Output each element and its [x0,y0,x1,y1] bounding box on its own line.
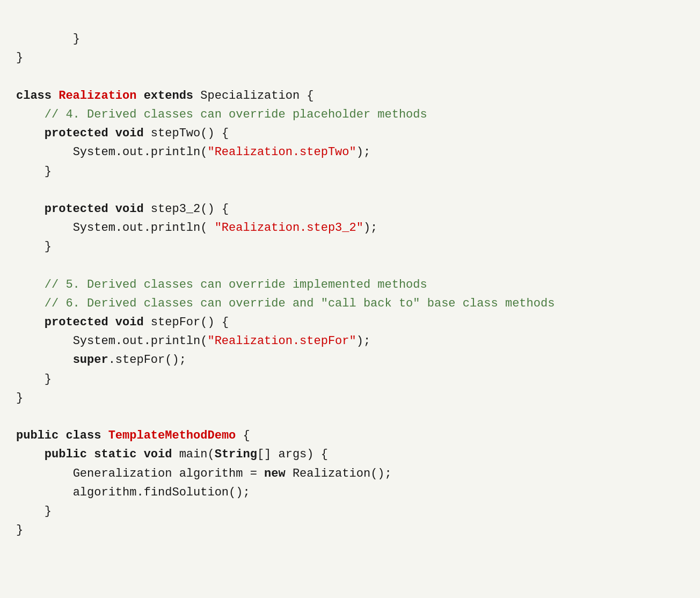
code-line: class Realization extends Specialization… [16,86,684,105]
code-line: } [16,521,684,539]
code-line [16,407,684,426]
code-line: } [16,389,684,407]
code-display: }} class Realization extends Specializat… [16,11,684,539]
code-line: System.out.println("Realization.stepFor"… [16,332,684,351]
code-line: System.out.println("Realization.stepTwo"… [16,143,684,162]
code-line [16,256,684,275]
code-line: } [16,48,684,67]
code-line: } [16,162,684,181]
code-line: System.out.println( "Realization.step3_2… [16,218,684,237]
code-line: protected void stepFor() { [16,313,684,332]
code-line: algorithm.findSolution(); [16,483,684,502]
code-line: public class TemplateMethodDemo { [16,426,684,445]
code-line: super.stepFor(); [16,351,684,369]
code-line: public static void main(String[] args) { [16,445,684,464]
code-line: protected void stepTwo() { [16,124,684,143]
code-line: } [16,502,684,521]
code-line [16,68,684,86]
code-line [16,181,684,200]
code-line: protected void step3_2() { [16,200,684,218]
code-line: // 5. Derived classes can override imple… [16,275,684,294]
code-line: // 4. Derived classes can override place… [16,105,684,124]
code-line: } [16,30,684,48]
code-line: Generalization algorithm = new Realizati… [16,464,684,483]
code-line: } [16,237,684,256]
code-line: } [16,370,684,389]
code-line: // 6. Derived classes can override and "… [16,294,684,313]
